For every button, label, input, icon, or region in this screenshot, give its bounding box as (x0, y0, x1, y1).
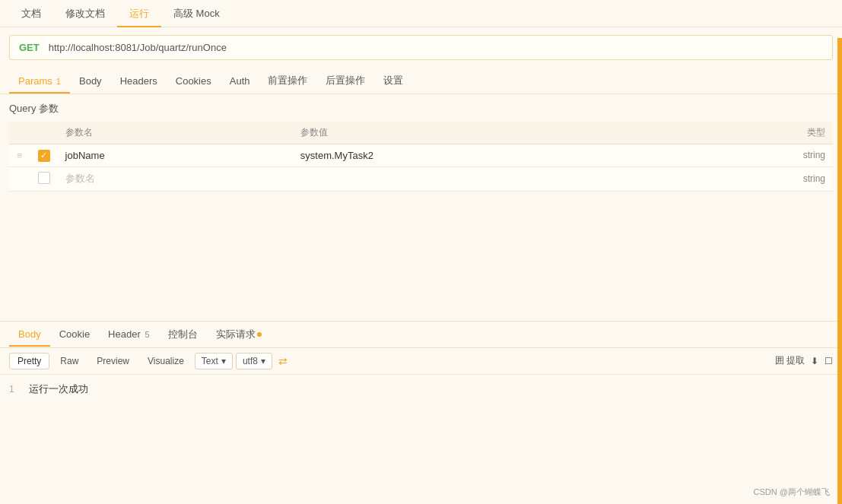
checkbox-unchecked-icon (38, 172, 50, 184)
tab-headers[interactable]: Headers (111, 69, 167, 93)
tab-settings[interactable]: 设置 (374, 68, 412, 94)
response-section: Body Cookie Header 5 控制台 实际请求 Pretty Raw… (0, 321, 842, 420)
download-action[interactable]: ⬇ (811, 356, 818, 366)
response-tabs: Body Cookie Header 5 控制台 实际请求 (0, 322, 842, 348)
copy-action[interactable]: ☐ (825, 356, 833, 366)
actual-request-dot (257, 332, 262, 337)
tab-pre-action[interactable]: 前置操作 (259, 68, 316, 94)
response-content: 1 运行一次成功 (0, 375, 842, 420)
resp-tab-header[interactable]: Header 5 (99, 322, 158, 346)
text-dropdown-label: Text (202, 356, 218, 366)
fmt-pretty-button[interactable]: Pretty (9, 353, 49, 369)
tab-body[interactable]: Body (70, 69, 111, 93)
param-value-row1[interactable]: system.MyTask2 (293, 144, 672, 167)
middle-spacer (0, 199, 842, 321)
drag-handle[interactable]: ≡ (9, 144, 30, 167)
format-bar: Pretty Raw Preview Visualize Text ▾ utf8… (0, 348, 842, 375)
checkbox-checked-icon: ✓ (38, 150, 50, 162)
url-text: http://localhost:8081/Job/quartz/runOnce (49, 42, 227, 53)
fmt-visualize-button[interactable]: Visualize (140, 353, 192, 369)
nav-item-edit-docs[interactable]: 修改文档 (53, 1, 117, 27)
checkbox-row1[interactable]: ✓ (30, 144, 58, 167)
text-dropdown-arrow: ▾ (221, 356, 226, 366)
drag-handle-empty (9, 166, 30, 191)
resp-tab-actual-request[interactable]: 实际请求 (207, 322, 271, 347)
nav-item-run[interactable]: 运行 (117, 1, 161, 27)
checkbox-row2[interactable] (30, 166, 58, 191)
extract-action[interactable]: 囲 提取 (775, 354, 805, 367)
param-value-row2[interactable] (293, 166, 672, 191)
nav-item-docs[interactable]: 文档 (9, 1, 53, 27)
param-type-row2[interactable]: string (672, 166, 833, 191)
request-tabs: Params 1 Body Headers Cookies Auth 前置操作 … (0, 68, 842, 94)
param-name-row1[interactable]: jobName (58, 144, 293, 167)
col-value: 参数值 (293, 122, 672, 144)
resp-tab-cookie[interactable]: Cookie (50, 322, 99, 346)
params-table: 参数名 参数值 类型 ≡ ✓ jobName system.MyTask2 st… (9, 122, 833, 192)
tab-post-action[interactable]: 后置操作 (316, 68, 374, 94)
wrap-icon[interactable]: ⇄ (278, 355, 288, 367)
fmt-raw-button[interactable]: Raw (52, 353, 86, 369)
top-nav: 文档 修改文档 运行 高级 Mock (0, 0, 842, 27)
text-dropdown[interactable]: Text ▾ (195, 353, 233, 369)
resp-tab-console[interactable]: 控制台 (159, 322, 207, 347)
table-row: ≡ ✓ jobName system.MyTask2 string (9, 144, 833, 167)
encoding-dropdown-label: utf8 (243, 356, 258, 366)
encoding-dropdown-arrow: ▾ (261, 356, 265, 366)
encoding-dropdown[interactable]: utf8 ▾ (236, 353, 272, 369)
param-name-row2-placeholder[interactable]: 参数名 (58, 166, 293, 191)
col-type: 类型 (672, 122, 833, 144)
tab-auth[interactable]: Auth (221, 69, 259, 93)
query-params-title: Query 参数 (9, 102, 833, 116)
tab-cookies[interactable]: Cookies (167, 69, 221, 93)
params-section: Query 参数 参数名 参数值 类型 ≡ ✓ jobName system.M… (0, 94, 842, 199)
header-badge: 5 (145, 330, 149, 339)
resp-tab-body[interactable]: Body (9, 322, 50, 346)
fmt-preview-button[interactable]: Preview (89, 353, 137, 369)
right-indicator (837, 38, 842, 420)
tab-params[interactable]: Params 1 (9, 69, 70, 93)
url-bar: GET http://localhost:8081/Job/quartz/run… (9, 35, 833, 60)
nav-item-advanced-mock[interactable]: 高级 Mock (161, 1, 232, 27)
http-method: GET (19, 42, 40, 53)
line-number: 1 (9, 384, 14, 395)
param-type-row1[interactable]: string (672, 144, 833, 167)
table-row: 参数名 string (9, 166, 833, 191)
response-text: 运行一次成功 (29, 383, 88, 395)
col-name: 参数名 (58, 122, 293, 144)
right-actions: 囲 提取 ⬇ ☐ (775, 354, 833, 367)
